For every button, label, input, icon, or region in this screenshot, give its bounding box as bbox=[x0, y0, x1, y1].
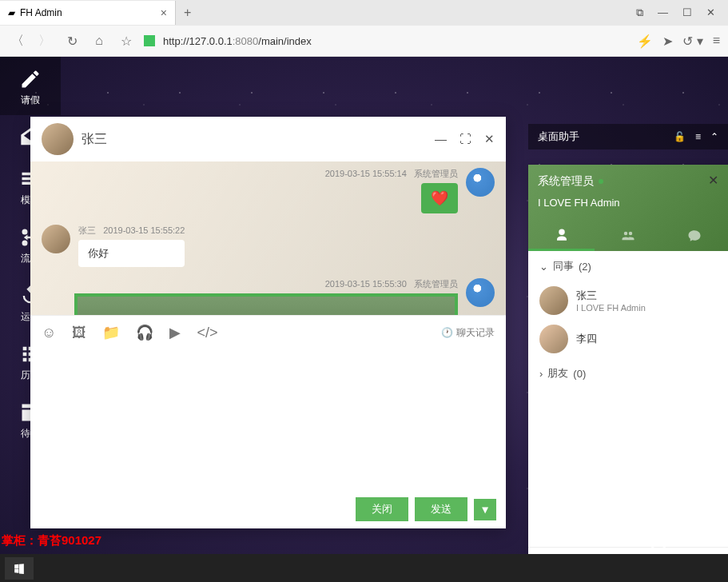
folder-icon[interactable]: 📁 bbox=[102, 324, 120, 341]
send-dropdown-button[interactable]: ▼ bbox=[474, 499, 496, 520]
chat-body: 2019-03-15 15:55:14 系统管理员 ❤️ 张三 2019-03-… bbox=[30, 161, 506, 315]
tab-close-icon[interactable]: × bbox=[161, 6, 167, 19]
chat-header: 张三 — ⛶ ✕ bbox=[30, 117, 506, 161]
favorite-button[interactable]: ☆ bbox=[117, 34, 136, 49]
window-minimize-icon[interactable]: — bbox=[658, 6, 668, 19]
message-meta: 2019-03-15 15:55:14 系统管理员 bbox=[325, 168, 458, 180]
chat-toolbar: ☺ 🖼 📁 🎧 ▶ </> 🕐 聊天记录 bbox=[30, 315, 506, 350]
video-icon[interactable]: ▶ bbox=[169, 324, 181, 341]
url-path: /main/index bbox=[258, 35, 311, 47]
group-count: (2) bbox=[579, 261, 591, 273]
url-input[interactable]: http://127.0.0.1:8080/main/index bbox=[163, 35, 312, 47]
shield-icon bbox=[144, 35, 155, 46]
message-avatar[interactable] bbox=[42, 225, 70, 253]
window-maximize-icon[interactable]: ☐ bbox=[682, 6, 692, 19]
arrow-right-icon[interactable]: ➤ bbox=[662, 34, 673, 49]
chat-input[interactable] bbox=[30, 350, 506, 491]
sidebar-item-leave[interactable]: 请假 bbox=[0, 57, 61, 115]
message-image[interactable] bbox=[74, 293, 458, 315]
brand-text: 创新互联 bbox=[674, 533, 712, 547]
home-button[interactable]: ⌂ bbox=[90, 34, 109, 48]
image-icon[interactable]: 🖼 bbox=[72, 325, 86, 341]
history-label: 聊天记录 bbox=[456, 326, 495, 340]
self-name: 系统管理员 bbox=[538, 174, 718, 189]
edit-icon bbox=[19, 68, 42, 90]
message-meta: 2019-03-15 15:55:30 系统管理员 bbox=[325, 278, 458, 290]
chat-avatar[interactable] bbox=[42, 123, 74, 155]
group-header-friends[interactable]: › 朋友 (0) bbox=[528, 358, 728, 389]
group-name: 朋友 bbox=[547, 366, 568, 381]
app-main: 请假 模型 流程 运行 历史 待办 张三 bbox=[0, 57, 728, 582]
audio-icon[interactable]: 🎧 bbox=[136, 324, 153, 341]
minimize-icon[interactable]: — bbox=[435, 132, 447, 146]
logo-icon: C bbox=[648, 529, 669, 550]
tab-group[interactable] bbox=[595, 221, 661, 251]
message-bubble: 你好 bbox=[78, 240, 185, 267]
status-dot-icon bbox=[599, 179, 603, 184]
forward-button[interactable]: 〉 bbox=[35, 33, 54, 50]
clock-icon: 🕐 bbox=[441, 327, 453, 338]
browser-chrome: ▰ FH Admin × + ⧉ — ☐ ✕ 〈 〉 ↻ ⌂ ☆ http://… bbox=[0, 0, 728, 57]
refresh-button[interactable]: ↻ bbox=[62, 34, 82, 49]
tab-people[interactable] bbox=[528, 221, 595, 251]
taskbar bbox=[0, 554, 728, 582]
emoji-icon[interactable]: ☺ bbox=[42, 325, 56, 341]
contact-item[interactable]: 李四 bbox=[528, 320, 728, 358]
speed-icon[interactable]: ⚡ bbox=[637, 34, 653, 49]
chat-icon bbox=[687, 229, 702, 243]
contact-avatar bbox=[539, 325, 568, 353]
chevron-down-icon: ⌄ bbox=[539, 261, 548, 273]
chat-title: 张三 bbox=[82, 131, 107, 148]
address-bar: 〈 〉 ↻ ⌂ ☆ http://127.0.0.1:8080/main/ind… bbox=[0, 26, 728, 56]
tab-favicon-icon: ▰ bbox=[8, 7, 15, 18]
collapse-icon[interactable]: ⌃ bbox=[710, 131, 718, 142]
message-row: 张三 2019-03-15 15:55:22 你好 bbox=[42, 225, 495, 267]
menu-icon[interactable]: ≡ bbox=[695, 131, 701, 142]
menu-icon[interactable]: ≡ bbox=[713, 34, 720, 48]
lock-icon[interactable]: 🔓 bbox=[674, 131, 686, 142]
message-row: 2019-03-15 15:55:30 系统管理员 bbox=[42, 278, 495, 315]
watermark-logo: C 创新互联 bbox=[648, 529, 712, 550]
contact-name: 李四 bbox=[576, 332, 597, 346]
code-icon[interactable]: </> bbox=[197, 325, 217, 341]
window-close-icon[interactable]: ✕ bbox=[706, 6, 715, 19]
close-icon[interactable]: ✕ bbox=[708, 173, 718, 188]
chat-history-button[interactable]: 🕐 聊天记录 bbox=[441, 326, 495, 340]
self-status: I LOVE FH Admin bbox=[538, 197, 718, 209]
group-header-colleagues[interactable]: ⌄ 同事 (2) bbox=[528, 251, 728, 281]
contacts-header: ✕ 系统管理员 I LOVE FH Admin bbox=[528, 165, 728, 251]
back-button[interactable]: 〈 bbox=[8, 33, 27, 50]
close-button[interactable]: 关闭 bbox=[356, 497, 408, 521]
group-name: 同事 bbox=[553, 259, 574, 273]
maximize-icon[interactable]: ⛶ bbox=[459, 132, 471, 146]
window-controls: ⧉ — ☐ ✕ bbox=[623, 6, 728, 19]
contact-avatar bbox=[539, 286, 568, 315]
heart-icon: ❤️ bbox=[431, 190, 448, 206]
message-row: 2019-03-15 15:55:14 系统管理员 ❤️ bbox=[42, 168, 495, 213]
helper-header[interactable]: 桌面助手 🔓 ≡ ⌃ bbox=[528, 124, 728, 149]
new-tab-button[interactable]: + bbox=[176, 6, 199, 20]
chevron-right-icon: › bbox=[539, 368, 543, 380]
person-icon bbox=[555, 228, 569, 242]
undo-icon[interactable]: ↺ ▾ bbox=[682, 34, 702, 49]
message-avatar[interactable] bbox=[466, 168, 495, 197]
chat-footer: 关闭 发送 ▼ bbox=[30, 490, 506, 528]
window-dock-icon[interactable]: ⧉ bbox=[636, 6, 643, 19]
send-button[interactable]: 发送 bbox=[415, 497, 467, 521]
url-port: :8080 bbox=[233, 35, 259, 47]
sidebar-label: 请假 bbox=[21, 94, 40, 107]
watermark-text: 掌柜：青苔901027 bbox=[2, 533, 101, 548]
desktop-helper-panel: 桌面助手 🔓 ≡ ⌃ bbox=[528, 124, 728, 149]
group-icon bbox=[621, 229, 635, 243]
tab-title: FH Admin bbox=[20, 7, 62, 18]
tab-message[interactable] bbox=[662, 221, 728, 251]
group-count: (0) bbox=[573, 368, 586, 380]
message-meta: 张三 2019-03-15 15:55:22 bbox=[78, 225, 185, 237]
contact-item[interactable]: 张三 I LOVE FH Admin bbox=[528, 281, 728, 320]
message-avatar[interactable] bbox=[466, 278, 495, 307]
contact-name: 张三 bbox=[576, 289, 646, 303]
close-icon[interactable]: ✕ bbox=[484, 132, 495, 146]
browser-tab[interactable]: ▰ FH Admin × bbox=[0, 1, 176, 25]
start-button[interactable] bbox=[5, 557, 34, 580]
contacts-panel: ✕ 系统管理员 I LOVE FH Admin ⌄ 同事 bbox=[528, 165, 728, 580]
